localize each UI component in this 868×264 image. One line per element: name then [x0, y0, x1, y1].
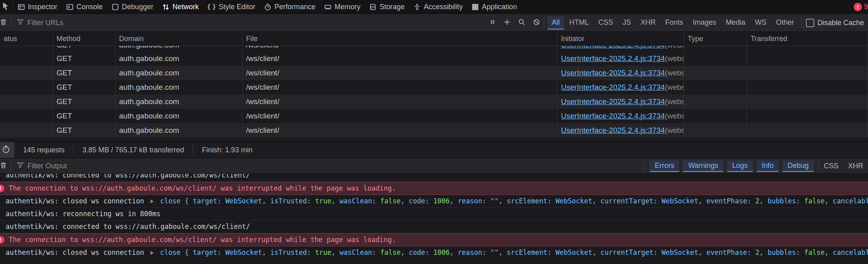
initiator-link[interactable]: UserInterface-2025.2.4.js:3734 [561, 83, 665, 92]
cell-status [0, 51, 53, 66]
prop-value: false [380, 246, 401, 259]
node-picker-button[interactable] [0, 0, 13, 14]
table-row[interactable]: GET auth.gaboule.com /ws/client/ UserInt… [0, 80, 868, 95]
table-row[interactable]: GET auth.gaboule.com /ws/client/ UserInt… [0, 46, 868, 51]
console-log-message: authentik/ws: connected to wss://auth.ga… [0, 174, 868, 182]
type-filter-html[interactable]: HTML [565, 16, 593, 30]
filter-warnings[interactable]: Warnings [683, 160, 723, 172]
cell-status [0, 80, 53, 95]
tab-accessibility[interactable]: Accessibility [409, 0, 467, 14]
tab-network[interactable]: Network [158, 0, 203, 14]
punctuation: , [759, 195, 767, 207]
prop-key: target [193, 246, 217, 259]
clear-requests-button[interactable] [0, 18, 11, 28]
tab-performance[interactable]: Performance [260, 0, 320, 14]
cell-method: GET [53, 51, 115, 66]
column-header-file[interactable]: File [242, 32, 557, 45]
filter-errors[interactable]: Errors [649, 160, 679, 172]
filter-css[interactable]: CSS [819, 161, 843, 171]
cell-type [684, 109, 747, 123]
filter-logs[interactable]: Logs [727, 160, 753, 172]
cell-initiator: UserInterface-2025.2.4.js:3734 (webs… [557, 66, 684, 80]
table-row[interactable]: GET auth.gaboule.com /ws/client/ UserInt… [0, 51, 868, 66]
object-preview-name[interactable]: close [160, 246, 180, 259]
tab-style-editor[interactable]: { } Style Editor [203, 0, 260, 14]
disable-cache-control[interactable]: Disable Cache [806, 19, 864, 27]
type-filter-fonts[interactable]: Fonts [661, 16, 688, 30]
pause-traffic-button[interactable] [485, 18, 500, 27]
prop-key: currentTarget [600, 246, 653, 259]
prop-key: isTrusted [270, 246, 307, 259]
cell-domain: auth.gaboule.com [115, 123, 242, 138]
prop-key: eventPhase [706, 195, 747, 207]
type-filter-all[interactable]: All [547, 16, 564, 30]
tab-console[interactable]: Console [62, 0, 107, 14]
initiator-link[interactable]: UserInterface-2025.2.4.js:3734 [561, 69, 665, 77]
new-request-button[interactable] [500, 18, 514, 28]
console-filter-input[interactable]: Filter Output [11, 162, 644, 170]
initiator-link[interactable]: UserInterface-2025.2.4.js:3734 [561, 54, 665, 63]
tab-debugger[interactable]: Debugger [107, 0, 158, 14]
debugger-icon [111, 3, 119, 11]
object-preview-name[interactable]: close [160, 195, 180, 207]
console-icon [66, 3, 74, 11]
type-filter-media[interactable]: Media [721, 16, 750, 30]
filter-info[interactable]: Info [757, 160, 779, 172]
table-row[interactable]: GET auth.gaboule.com /ws/client/ UserInt… [0, 66, 868, 80]
punctuation: , [698, 246, 706, 259]
punctuation: { [180, 195, 193, 207]
cell-file: /ws/client/ [242, 109, 557, 123]
column-header-method[interactable]: Method [53, 32, 115, 45]
initiator-suffix: (webs… [665, 126, 684, 135]
column-header-initiator[interactable]: Initiator [557, 32, 684, 45]
error-count-badge[interactable]: ! 95 [854, 0, 868, 14]
initiator-link[interactable]: UserInterface-2025.2.4.js:3734 [561, 46, 665, 49]
punctuation: , [759, 246, 767, 259]
initiator-suffix: (webs… [665, 46, 684, 49]
error-count: 95 [864, 3, 868, 11]
type-filter-ws[interactable]: WS [751, 16, 771, 30]
column-header-status[interactable]: atus [0, 32, 53, 45]
cell-domain: auth.gaboule.com [115, 66, 242, 80]
type-filter-xhr[interactable]: XHR [636, 16, 660, 30]
tab-label: Network [172, 3, 199, 11]
table-row[interactable]: GET auth.gaboule.com /ws/client/ UserInt… [0, 123, 868, 138]
type-filter-css[interactable]: CSS [594, 16, 618, 30]
prop-key: target [193, 195, 217, 207]
clear-console-button[interactable] [0, 162, 11, 171]
cell-initiator: UserInterface-2025.2.4.js:3734 (webs… [557, 51, 684, 66]
block-requests-button[interactable] [529, 18, 544, 28]
prop-value: "" [491, 246, 499, 259]
tab-application[interactable]: Application [467, 0, 521, 14]
punctuation: : [425, 195, 433, 207]
error-icon: ! [0, 185, 4, 192]
punctuation: : [796, 246, 804, 259]
filter-xhr[interactable]: XHR [843, 161, 868, 171]
table-row[interactable]: GET auth.gaboule.com /ws/client/ UserInt… [0, 95, 868, 109]
tab-inspector[interactable]: Inspector [13, 0, 62, 14]
table-row[interactable]: GET auth.gaboule.com /ws/client/ UserInt… [0, 109, 868, 123]
initiator-link[interactable]: UserInterface-2025.2.4.js:3734 [561, 97, 665, 106]
stopwatch-icon [2, 145, 10, 156]
prop-key: bubbles [768, 195, 796, 207]
tab-memory[interactable]: Memory [320, 0, 365, 14]
disable-cache-checkbox[interactable] [806, 19, 814, 27]
search-requests-button[interactable] [514, 18, 529, 28]
type-filter-js[interactable]: JS [618, 16, 635, 30]
performance-analysis-button[interactable] [0, 142, 14, 158]
type-filter-other[interactable]: Other [772, 16, 798, 30]
network-icon [162, 3, 170, 11]
node-picker-icon [2, 2, 10, 12]
column-header-transferred[interactable]: Transferred [747, 32, 868, 45]
column-header-type[interactable]: Type [684, 32, 747, 45]
initiator-link[interactable]: UserInterface-2025.2.4.js:3734 [561, 126, 665, 135]
tab-label: Application [482, 3, 517, 11]
tab-storage[interactable]: Storage [365, 0, 409, 14]
url-filter-input[interactable]: Filter URLs [11, 18, 485, 27]
expand-arrow-icon[interactable] [151, 251, 157, 255]
expand-arrow-icon[interactable] [151, 199, 157, 203]
column-header-domain[interactable]: Domain [115, 32, 242, 45]
filter-debug[interactable]: Debug [782, 160, 814, 172]
initiator-link[interactable]: UserInterface-2025.2.4.js:3734 [561, 112, 665, 120]
type-filter-images[interactable]: Images [688, 16, 721, 30]
